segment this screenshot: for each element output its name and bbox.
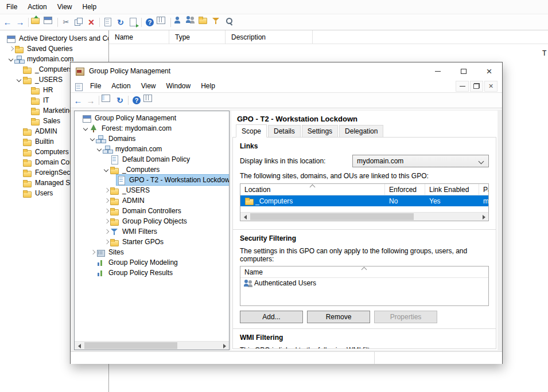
menu-item-help[interactable]: Help (77, 1, 102, 13)
tab-settings[interactable]: Settings (302, 125, 338, 138)
show-tree-icon[interactable] (101, 93, 114, 107)
tree-item-group-policy-management[interactable]: Group Policy Management (75, 113, 229, 123)
tree-expander[interactable] (16, 159, 22, 166)
maximize-button[interactable] (450, 62, 476, 80)
child-minimize-button[interactable] (456, 81, 469, 92)
tree-item-users[interactable]: _USERS (75, 185, 229, 195)
tree-item-domains[interactable]: Domains (75, 134, 229, 144)
columns-icon[interactable] (143, 93, 156, 107)
scrollbar-thumb[interactable] (250, 213, 414, 220)
links-row-folder[interactable]: _Computers No Yes mydo (240, 195, 488, 206)
menu-item-window[interactable]: Window (161, 80, 196, 92)
back-icon[interactable] (72, 93, 84, 107)
properties-icon[interactable] (43, 15, 56, 29)
column-header-name[interactable]: Name (240, 266, 488, 277)
remove-button[interactable]: Remove (307, 311, 370, 323)
location-dropdown[interactable]: mydomain.com (352, 155, 489, 167)
scroll-left-icon[interactable] (75, 342, 84, 350)
tree-expander[interactable] (90, 136, 96, 142)
menu-item-view[interactable]: View (52, 1, 77, 13)
tree-expander[interactable] (90, 249, 96, 256)
tab-details[interactable]: Details (268, 125, 301, 138)
tree-expander[interactable] (103, 229, 110, 235)
delete-icon[interactable] (85, 15, 98, 29)
tree-expander[interactable] (83, 126, 89, 132)
tree-item-mydomain-com[interactable]: mydomain.com (75, 144, 229, 154)
column-header-link-enabled[interactable]: Link Enabled (425, 184, 479, 195)
tree-item-admin[interactable]: ADMIN (75, 195, 229, 206)
tree-expander[interactable] (76, 115, 82, 121)
filter-icon[interactable] (211, 15, 223, 29)
tree-item-domain-controllers[interactable]: Domain Controllers (75, 206, 229, 216)
column-header-name[interactable]: Name (109, 30, 169, 44)
tree-expander[interactable] (16, 149, 22, 155)
tab-delegation[interactable]: Delegation (339, 125, 383, 138)
tree-expander[interactable] (8, 56, 14, 62)
tree-expander[interactable] (103, 208, 110, 214)
tree-expander[interactable] (8, 46, 14, 52)
back-icon[interactable] (1, 15, 14, 29)
tree-item-group-policy-results[interactable]: Group Policy Results (75, 268, 229, 278)
tab-scope[interactable]: Scope (236, 124, 267, 138)
forward-icon[interactable] (84, 93, 97, 107)
tree-item-computers[interactable]: _Computers (75, 164, 229, 175)
export-list-icon[interactable] (127, 15, 139, 29)
column-header-location[interactable]: Location (240, 184, 385, 195)
child-restore-button[interactable] (470, 81, 483, 92)
tree-expander[interactable] (90, 260, 96, 266)
tree-expander[interactable] (103, 167, 110, 173)
scroll-right-icon[interactable] (220, 342, 229, 350)
columns-icon[interactable] (156, 15, 169, 29)
tree-expander[interactable] (24, 118, 30, 124)
tree-expander[interactable] (103, 187, 110, 194)
tree-item-gpo-t2-workstation-lockdown[interactable]: GPO - T2 - Workstation Lockdown (75, 175, 229, 185)
tree-expander[interactable] (16, 77, 22, 83)
column-header-enforced[interactable]: Enforced (385, 184, 425, 195)
menu-item-file[interactable]: File (85, 80, 106, 92)
copy-icon[interactable] (72, 15, 85, 29)
tree-expander[interactable] (103, 156, 110, 163)
tree-item-group-policy-objects[interactable]: Group Policy Objects (75, 216, 229, 226)
menu-item-action[interactable]: Action (106, 80, 135, 92)
tree-expander[interactable] (110, 177, 116, 183)
forward-icon[interactable] (14, 15, 26, 29)
tree-expander[interactable] (16, 170, 22, 176)
tree-item-starter-gpos[interactable]: Starter GPOs (75, 237, 229, 247)
refresh-icon[interactable] (114, 93, 126, 107)
tree-expander[interactable] (90, 270, 96, 276)
tree-expander[interactable] (16, 190, 22, 197)
tree-item-wmi-filters[interactable]: WMI Filters (75, 226, 229, 237)
gpm-titlebar[interactable]: Group Policy Management (71, 62, 502, 80)
scroll-left-icon[interactable] (240, 213, 250, 221)
tree-item-default-domain-policy[interactable]: Default Domain Policy (75, 154, 229, 164)
column-header-path[interactable]: Path (479, 184, 488, 195)
tree-expander[interactable] (103, 218, 110, 225)
tree-expander[interactable] (16, 66, 22, 73)
menu-item-help[interactable]: Help (196, 80, 220, 92)
create-ou-icon[interactable] (198, 15, 211, 29)
tree-item-group-policy-modeling[interactable]: Group Policy Modeling (75, 257, 229, 268)
tree-expander[interactable] (103, 239, 110, 245)
links-table-scrollbar[interactable] (240, 212, 488, 221)
list-icon[interactable] (102, 15, 114, 29)
find-icon[interactable] (223, 15, 236, 29)
close-button[interactable] (476, 62, 502, 80)
tree-expander[interactable] (24, 87, 30, 93)
security-row-people[interactable]: Authenticated Users (240, 278, 488, 288)
tree-item-sites[interactable]: Sites (75, 247, 229, 257)
create-user-icon[interactable] (173, 15, 185, 29)
tree-expander[interactable] (24, 108, 30, 114)
tree-expander[interactable] (103, 198, 110, 204)
up-level-icon[interactable] (30, 15, 43, 29)
tree-item-saved-queries[interactable]: Saved Queries (0, 44, 108, 54)
menu-item-file[interactable]: File (1, 1, 22, 13)
menu-item-view[interactable]: View (136, 80, 161, 92)
tree-expander[interactable] (96, 146, 103, 152)
child-close-button[interactable] (484, 81, 498, 92)
tree-expander[interactable] (24, 97, 30, 104)
help-icon[interactable] (143, 15, 156, 29)
tree-expander[interactable] (16, 128, 22, 135)
minimize-button[interactable] (425, 62, 450, 80)
tree-item-active-directory-users-and-computers[interactable]: Active Directory Users and Computers (0, 33, 108, 44)
column-header-description[interactable]: Description (226, 30, 313, 44)
